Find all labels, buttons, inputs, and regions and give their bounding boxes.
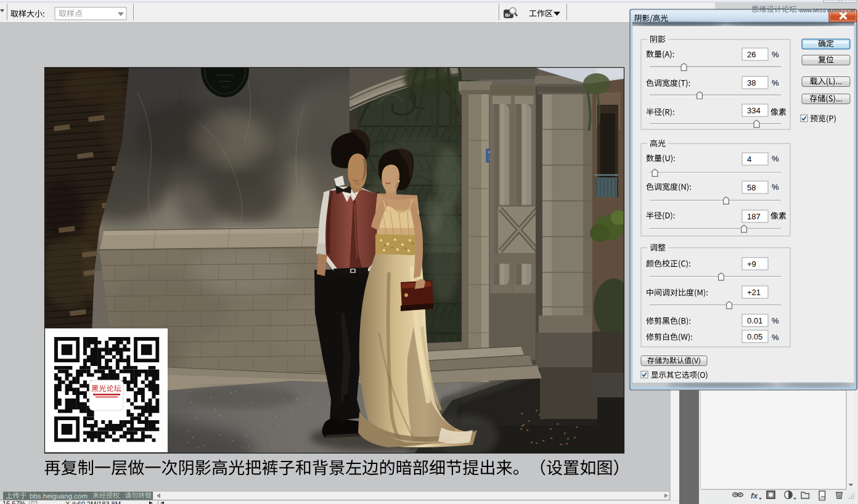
svg-text:%: % xyxy=(772,333,779,342)
svg-text:Br: Br xyxy=(505,12,510,18)
svg-text:%: % xyxy=(772,182,779,192)
svg-text:bbs.heiguang.com: bbs.heiguang.com xyxy=(30,492,88,500)
svg-text:0.01: 0.01 xyxy=(747,316,762,325)
svg-text:+9: +9 xyxy=(747,259,756,269)
svg-text:0.05: 0.05 xyxy=(747,332,762,341)
svg-text:-www.MISSYUAN.COM: -www.MISSYUAN.COM xyxy=(798,7,855,14)
svg-text:187: 187 xyxy=(747,212,761,221)
svg-text:38: 38 xyxy=(747,78,756,87)
svg-text:fx: fx xyxy=(751,492,758,500)
svg-text:%: % xyxy=(772,50,779,59)
svg-text:%: % xyxy=(772,154,779,163)
svg-text:16.67%: 16.67% xyxy=(2,500,26,504)
svg-text:X #:60.2M/183.8M: X #:60.2M/183.8M xyxy=(65,500,121,504)
svg-text:%: % xyxy=(772,316,779,325)
svg-text:4: 4 xyxy=(747,155,751,164)
svg-text:+21: +21 xyxy=(747,288,761,297)
svg-text:26: 26 xyxy=(747,50,756,59)
svg-text:334: 334 xyxy=(747,106,761,115)
svg-text:%: % xyxy=(772,78,779,87)
svg-text:58: 58 xyxy=(747,183,756,192)
